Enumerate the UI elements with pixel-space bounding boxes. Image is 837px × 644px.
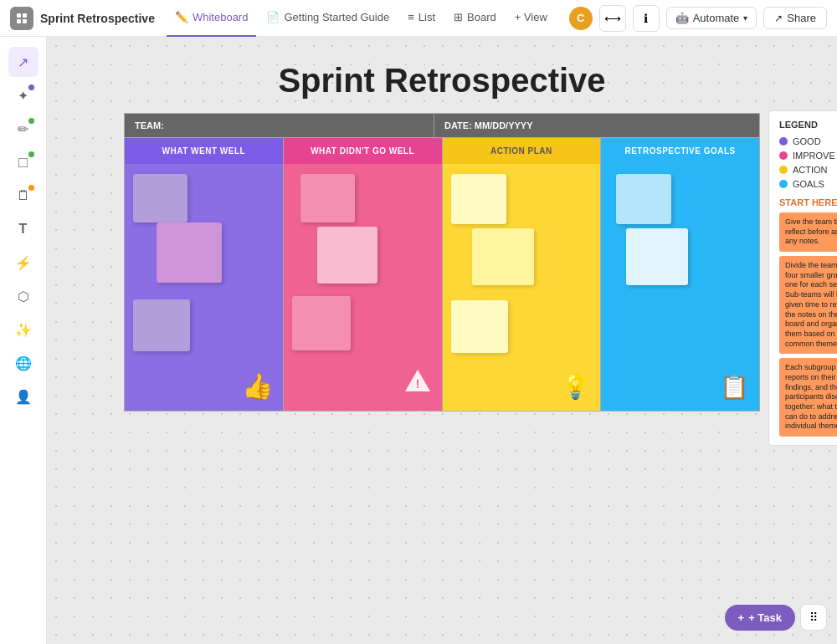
sticky-pink-2 <box>317 227 377 284</box>
tool-text[interactable]: T <box>8 214 39 244</box>
automate-icon: 🤖 <box>675 12 689 24</box>
share-label: Share <box>787 12 816 24</box>
improve-dot <box>779 151 788 160</box>
notes-icon: 📋 <box>720 373 749 401</box>
automate-button[interactable]: 🤖 Automate ▾ <box>666 7 757 29</box>
date-header: DATE: MM/DD/YYYY <box>434 114 759 137</box>
board-container: TEAM: DATE: MM/DD/YYYY WHAT WENT WELL 👍 <box>124 113 760 411</box>
tool-sticky[interactable]: 🗒 <box>8 181 39 211</box>
col-body-went-well: 👍 <box>125 164 283 411</box>
whiteboard-icon: ✏️ <box>175 11 188 23</box>
task-button[interactable]: + + Task <box>725 605 795 631</box>
green-dot-2 <box>28 151 34 157</box>
canvas[interactable]: Sprint Retrospective TEAM: DATE: MM/DD/Y… <box>47 37 837 644</box>
start-card-2: Divide the team into four smaller groups… <box>779 256 837 354</box>
tool-pen[interactable]: ✏ <box>8 114 39 144</box>
col-body-retro: 📋 <box>601 164 759 411</box>
sticky-2 <box>157 222 222 283</box>
tool-person[interactable]: 👤 <box>8 381 39 411</box>
col-went-well: WHAT WENT WELL 👍 <box>125 138 284 411</box>
sticky-yellow-3 <box>451 300 508 353</box>
col-header-action: ACTION PLAN <box>443 138 601 164</box>
main-area: ↗ ✦ ✏ □ 🗒 T ⚡ ⬡ ✨ 🌐 👤 Sprint Retrospecti… <box>0 37 837 644</box>
thumbsup-icon: 👍 <box>242 371 273 401</box>
svg-rect-0 <box>17 13 21 18</box>
svg-rect-1 <box>23 13 27 18</box>
sticky-1 <box>133 174 187 222</box>
col-body-action: 💡 <box>443 164 601 411</box>
topbar: Sprint Retrospective ✏️ Whiteboard 📄 Get… <box>0 0 837 37</box>
grid-dots-button[interactable]: ⠿ <box>800 604 827 631</box>
chevron-down-icon: ▾ <box>743 13 747 23</box>
col-body-didnt: ! <box>284 164 442 411</box>
tab-board[interactable]: ⊞ Board <box>445 0 505 37</box>
sticky-blue-1 <box>616 174 671 224</box>
svg-rect-3 <box>23 19 27 23</box>
tab-list[interactable]: ≡ List <box>399 0 444 37</box>
goals-dot <box>779 180 788 188</box>
sticky-pink-1 <box>300 174 355 222</box>
legend-title: LEGEND <box>779 120 837 130</box>
app-icon <box>10 7 33 30</box>
warning-icon: ! <box>403 366 432 401</box>
automate-label: Automate <box>693 12 740 24</box>
columns-row: WHAT WENT WELL 👍 WHAT DIDN'T GO WELL <box>125 138 759 411</box>
share-button[interactable]: ↗ Share <box>763 7 827 29</box>
start-card-3: Each subgroup reports on their findings,… <box>779 358 837 437</box>
green-dot <box>28 118 34 124</box>
info-button[interactable]: ℹ <box>633 5 660 32</box>
plus-icon: + <box>738 611 745 624</box>
tool-connect[interactable]: ⬡ <box>8 281 39 311</box>
tab-view[interactable]: + View <box>506 0 556 37</box>
col-didnt-go-well: WHAT DIDN'T GO WELL ! <box>284 138 443 411</box>
board-label: Board <box>467 11 496 23</box>
list-icon: ≡ <box>408 11 414 23</box>
tool-shape[interactable]: □ <box>8 147 39 177</box>
team-header: TEAM: <box>125 114 434 137</box>
start-card-1: Give the team time to reflect before add… <box>779 212 837 252</box>
tool-ai[interactable]: ✨ <box>8 314 39 345</box>
tool-magic[interactable]: ✦ <box>8 80 39 110</box>
fit-button[interactable]: ⟷ <box>599 5 626 32</box>
tool-select[interactable]: ↗ <box>8 47 39 77</box>
legend-item-goals: GOALS <box>779 179 837 189</box>
app-title: Sprint Retrospective <box>40 12 155 25</box>
start-here-title: START HERE! <box>779 197 837 207</box>
tool-globe[interactable]: 🌐 <box>8 348 39 378</box>
task-label: + Task <box>748 611 782 624</box>
col-retro-goals: RETROSPECTIVE GOALS 📋 <box>601 138 759 411</box>
svg-rect-2 <box>17 19 21 23</box>
board-icon: ⊞ <box>454 11 463 23</box>
sidebar: ↗ ✦ ✏ □ 🗒 T ⚡ ⬡ ✨ 🌐 👤 <box>0 37 47 644</box>
sticky-pink-3 <box>292 296 351 350</box>
legend-item-improve: IMPROVE <box>779 151 837 161</box>
tab-getting-started[interactable]: 📄 Getting Started Guide <box>258 0 398 37</box>
col-header-retro: RETROSPECTIVE GOALS <box>601 138 759 164</box>
orange-dot <box>28 185 34 191</box>
whiteboard-label: Whiteboard <box>193 11 248 23</box>
tab-whiteboard[interactable]: ✏️ Whiteboard <box>167 0 256 37</box>
topbar-right: C ⟷ ℹ 🤖 Automate ▾ ↗ Share <box>569 5 827 32</box>
sticky-yellow-2 <box>472 228 534 285</box>
sticky-yellow-1 <box>451 174 506 224</box>
good-dot <box>779 137 788 146</box>
col-action-plan: ACTION PLAN 💡 <box>443 138 602 411</box>
col-header-went-well: WHAT WENT WELL <box>125 138 283 164</box>
board-title: Sprint Retrospective <box>124 62 760 100</box>
sticky-3 <box>133 299 190 351</box>
avatar: C <box>569 7 593 30</box>
legend-item-good: GOOD <box>779 136 837 146</box>
doc-icon: 📄 <box>266 11 280 23</box>
view-label: + View <box>515 11 547 23</box>
whiteboard-content: Sprint Retrospective TEAM: DATE: MM/DD/Y… <box>124 62 760 411</box>
tool-sparkle[interactable]: ⚡ <box>8 248 39 278</box>
action-dot <box>779 166 788 174</box>
board-header-row: TEAM: DATE: MM/DD/YYYY <box>125 114 759 138</box>
svg-text:!: ! <box>415 377 419 391</box>
legend-item-action: ACTION <box>779 165 837 175</box>
sticky-blue-2 <box>626 228 688 285</box>
getting-started-label: Getting Started Guide <box>284 11 389 23</box>
legend-panel: LEGEND GOOD IMPROVE ACTION GOALS STA <box>768 110 837 446</box>
share-icon: ↗ <box>774 13 783 24</box>
purple-dot <box>28 84 34 90</box>
